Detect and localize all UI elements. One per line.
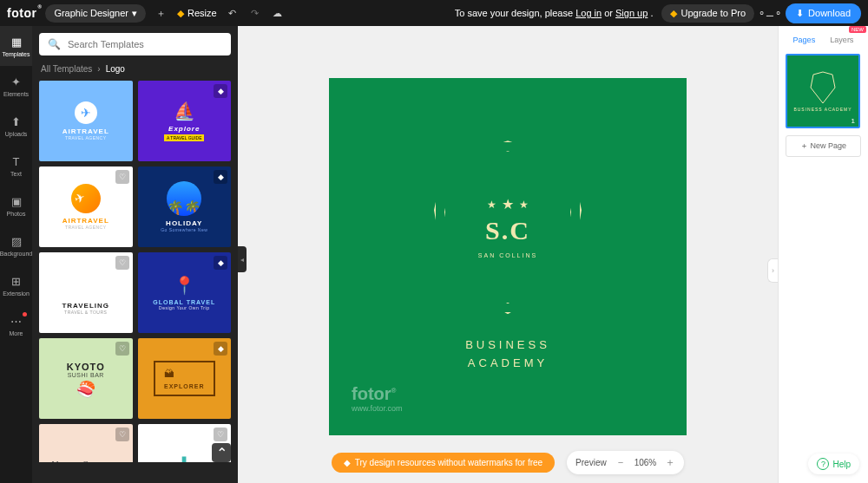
template-grid: ✈AIRTRAVELTRAVEL AGENCY ◆⛵ExploreA TRAVE… [39,81,231,462]
help-button[interactable]: ? Help [808,454,859,474]
canvas-tagline[interactable]: BUSINESSACADEMY [465,336,550,373]
elements-icon: ✦ [10,75,23,89]
page-thumbnail[interactable]: BUSINESS ACADEMY 1 [786,54,860,128]
upgrade-button[interactable]: ◆ Upgrade to Pro [661,4,754,23]
template-item[interactable]: ◆🏔EXPLORER [138,338,232,419]
save-prompt: To save your design, please Log in or Si… [455,8,654,18]
template-item[interactable]: ◆🌴🌴HOLIDAYGo Somewhere New [138,166,232,247]
doc-type-dropdown[interactable]: Graphic Designer ▾ [45,4,146,23]
template-item[interactable]: ✈AIRTRAVELTRAVEL AGENCY [39,81,133,161]
text-icon: T [10,155,23,169]
diamond-icon: ◆ [177,8,184,19]
favorite-icon[interactable]: ♡ [214,428,227,441]
brand-logo[interactable]: fotor® [7,6,36,20]
tab-layers[interactable]: Layers [826,33,857,47]
collapse-panel-button[interactable]: ◂ [238,246,247,272]
template-item[interactable]: ♡✈AIRTRAVELTRAVEL AGENCY [39,166,133,247]
search-input[interactable] [68,39,222,49]
favorite-icon[interactable]: ♡ [115,342,129,356]
diamond-icon: ◆ [344,458,351,467]
resize-button[interactable]: ◆ Resize [177,8,217,19]
crumb-current: Logo [106,64,125,74]
sidebar-item-elements[interactable]: ✦Elements [0,66,32,106]
download-button[interactable]: ⬇ Download [786,3,861,23]
template-item[interactable]: ◆📍GLOBAL TRAVELDesign Your Own Trip [138,252,232,333]
page-number: 1 [852,117,855,125]
shield-icon [808,70,838,105]
search-templates[interactable]: 🔍 [39,33,231,55]
zoom-out-button[interactable]: － [615,455,626,470]
preview-button[interactable]: Preview [575,458,607,467]
favorite-icon[interactable]: ◆ [214,170,227,184]
template-item[interactable]: ♡🏔TRAVELINGTRAVEL & TOURS [39,252,133,333]
zoom-control: Preview － 106% ＋ [567,451,684,474]
share-icon[interactable]: ⚬⚊⚬ [763,6,777,20]
tab-pages[interactable]: Pages [790,33,819,47]
sidebar-item-more[interactable]: ⋯More [0,305,32,345]
signup-link[interactable]: Sign up [615,8,648,18]
template-item[interactable]: ◆⛵ExploreA TRAVEL GUIDE [138,81,232,161]
chevron-right-icon: › [97,64,100,74]
template-item[interactable]: ♡KYOTOSUSHI BAR🍣 [39,338,133,419]
sidebar-item-photos[interactable]: ▣Photos [0,186,32,225]
extension-icon: ⊞ [10,275,23,289]
template-item[interactable]: ♡Always GorgeousBoutique [39,424,133,462]
background-icon: ▨ [10,235,23,249]
favorite-icon[interactable]: ◆ [214,342,227,356]
crumb-all[interactable]: All Templates [41,64,92,74]
help-icon: ? [817,458,829,470]
scroll-top-button[interactable]: ⌃ [212,443,231,462]
watermark: fotor® www.fotor.com [352,384,403,413]
diamond-icon: ◆ [670,8,677,19]
zoom-level[interactable]: 106% [635,458,657,467]
search-icon: 🔍 [48,38,61,50]
new-badge: NEW [849,26,866,33]
favorite-icon[interactable]: ♡ [115,428,129,441]
undo-icon[interactable]: ↶ [226,6,240,20]
expand-right-panel-button[interactable]: › [767,258,778,283]
breadcrumb: All Templates › Logo [39,64,231,74]
cloud-sync-icon[interactable]: ☁ [271,6,285,20]
new-page-button[interactable]: ＋ New Page [786,135,861,157]
favorite-icon[interactable]: ♡ [115,256,129,270]
design-canvas[interactable]: ★★★ S.C SAN COLLINS BUSINESSACADEMY foto… [329,78,687,435]
sidebar-item-extension[interactable]: ⊞Extension [0,265,32,305]
redo-icon[interactable]: ↷ [248,6,262,20]
create-new-icon[interactable]: ＋ [155,6,168,20]
notification-dot [23,312,27,317]
login-link[interactable]: Log in [575,8,602,18]
uploads-icon: ⬆ [10,115,23,129]
chevron-down-icon: ▾ [132,8,137,19]
favorite-icon[interactable]: ♡ [115,170,129,184]
sidebar-item-background[interactable]: ▨Background [0,225,32,265]
more-icon: ⋯ [10,315,23,329]
download-icon: ⬇ [796,8,804,19]
zoom-in-button[interactable]: ＋ [665,455,675,470]
promo-banner[interactable]: ◆ Try design resources without watermark… [332,453,555,473]
sidebar-item-text[interactable]: TText [0,146,32,186]
shield-graphic[interactable]: ★★★ S.C SAN COLLINS [434,140,582,314]
photos-icon: ▣ [10,195,23,209]
favorite-icon[interactable]: ◆ [214,256,227,270]
sidebar-item-uploads[interactable]: ⬆Uploads [0,106,32,146]
templates-icon: ▦ [10,36,23,49]
favorite-icon[interactable]: ◆ [214,84,227,98]
sidebar-item-templates[interactable]: ▦Templates [0,26,32,66]
